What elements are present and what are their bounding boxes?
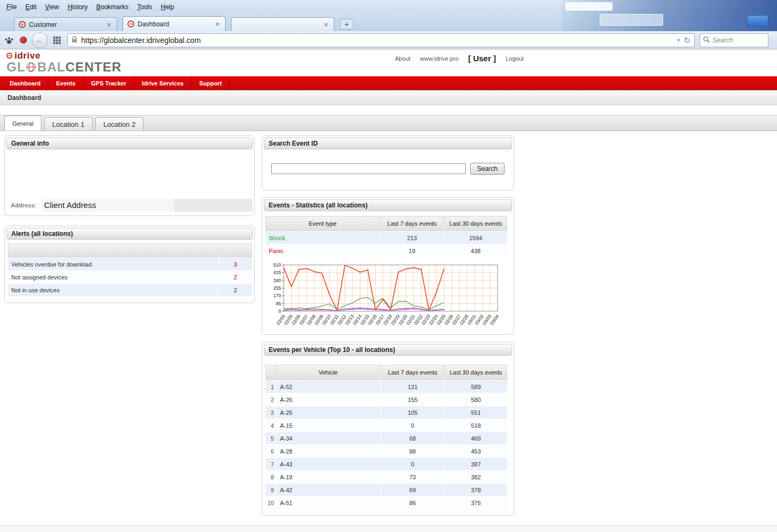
stats-col-header[interactable]: Last 7 days events xyxy=(380,216,444,231)
alert-label: Not assigned devices xyxy=(8,271,218,283)
header-link-logout[interactable]: Logout xyxy=(506,55,524,62)
last30-value: 375 xyxy=(444,497,507,509)
veh-head-row: VehicleLast 7 days eventsLast 30 days ev… xyxy=(265,365,507,380)
reload-icon[interactable]: ↻ xyxy=(684,35,690,45)
menu-item-file[interactable]: File xyxy=(2,2,21,12)
vehicle-row: 2A-26155580 xyxy=(265,393,507,406)
last30-value: 378 xyxy=(444,484,507,496)
page-tab-general[interactable]: General xyxy=(4,116,41,131)
svg-text:170: 170 xyxy=(274,293,281,298)
globe-icon xyxy=(26,62,37,73)
alert-row: Not in use devices2 xyxy=(8,284,252,296)
alerts-panel: Alerts (all locations) Vehicles overdue … xyxy=(4,226,255,303)
vehicle-row: 9A-4269378 xyxy=(265,484,507,496)
vehicle-col-header[interactable]: Vehicle xyxy=(276,365,381,380)
menu-item-help[interactable]: Help xyxy=(156,2,178,12)
search-icon xyxy=(703,35,710,45)
nav-idrive-services[interactable]: Idrive Services xyxy=(134,76,192,90)
sites-grid-icon[interactable] xyxy=(53,36,62,45)
browser-tab-untitled[interactable]: × xyxy=(231,17,334,31)
stats-col-header[interactable]: Last 30 days events xyxy=(444,216,507,231)
page-tab-location-2[interactable]: Location 2 xyxy=(95,117,143,131)
last7-value: 88 xyxy=(382,445,444,457)
stats-row: Panic19438 xyxy=(265,245,507,257)
site-header: idrive GLBALCENTER Aboutwww.idrive.pro[ … xyxy=(0,49,777,76)
idrive-logo[interactable]: idrive GLBALCENTER xyxy=(6,51,121,74)
last30-value: 382 xyxy=(444,471,507,483)
tab-close-icon[interactable]: × xyxy=(323,21,329,28)
general-info-panel: General info Address: Client Address xyxy=(4,135,255,216)
menu-item-history[interactable]: History xyxy=(63,2,92,12)
vehicle-row: 6A-2888453 xyxy=(265,445,507,457)
events-stats-table: Event typeLast 7 days eventsLast 30 days… xyxy=(265,215,508,257)
vehicle-row: 1A-52131589 xyxy=(265,380,507,393)
browser-search-input[interactable] xyxy=(713,37,765,44)
back-button[interactable]: ← xyxy=(32,32,48,48)
header-link-wwwidrivepro[interactable]: www.idrive.pro xyxy=(420,55,459,62)
dashboard-content: General info Address: Client Address Ale… xyxy=(0,131,777,516)
last30-value: 438 xyxy=(444,245,507,257)
svg-text:03/04: 03/04 xyxy=(489,313,500,326)
url-text[interactable]: https://globalcenter.idriveglobal.com xyxy=(81,36,673,45)
vehicle-col-header[interactable]: Last 7 days events xyxy=(382,365,444,380)
url-bar[interactable]: https://globalcenter.idriveglobal.com ▾ … xyxy=(67,33,695,47)
nav-dashboard[interactable]: Dashboard xyxy=(2,76,48,90)
idrive-favicon xyxy=(19,21,26,28)
vehicle-name: A-25 xyxy=(276,406,381,419)
events-per-vehicle-panel: Events per Vehicle (Top 10 - all locatio… xyxy=(262,342,514,516)
paw-extension-icon[interactable] xyxy=(4,35,15,45)
general-info-header[interactable]: General info xyxy=(6,138,253,149)
browser-tab-customer[interactable]: Customer× xyxy=(14,17,117,31)
vehicle-rank: 7 xyxy=(265,458,275,470)
menu-item-bookmarks[interactable]: Bookmarks xyxy=(92,2,133,12)
new-tab-button[interactable]: + xyxy=(340,19,354,30)
menu-item-edit[interactable]: Edit xyxy=(21,2,41,12)
menu-item-view[interactable]: View xyxy=(41,2,63,12)
urlbar-dropdown-icon[interactable]: ▾ xyxy=(677,37,680,43)
events-stats-panel: Events - Statistics (all locations) Even… xyxy=(262,197,514,335)
last30-value: 580 xyxy=(444,393,507,406)
events-stats-header[interactable]: Events - Statistics (all locations) xyxy=(264,199,512,211)
search-event-header[interactable]: Search Event ID xyxy=(264,138,512,149)
address-empty-field xyxy=(174,199,253,212)
events-per-vehicle-header[interactable]: Events per Vehicle (Top 10 - all locatio… xyxy=(264,344,512,356)
search-button[interactable]: Search xyxy=(470,163,505,175)
browser-window: FileEditViewHistoryBookmarksToolsHelp Cu… xyxy=(0,0,777,532)
event-id-input[interactable] xyxy=(271,163,466,174)
nav-support[interactable]: Support xyxy=(192,76,230,90)
lock-icon xyxy=(71,35,77,45)
stats-col-header[interactable]: Event type xyxy=(265,216,380,231)
vehicle-rank: 4 xyxy=(265,419,275,432)
tab-close-icon[interactable]: × xyxy=(214,20,221,28)
last7-value: 73 xyxy=(382,471,444,483)
header-link-about[interactable]: About xyxy=(395,55,411,62)
main-nav: DashboardEventsGPS TrackerIdrive Service… xyxy=(0,76,777,90)
last30-value: 469 xyxy=(444,432,507,444)
nav-gps-tracker[interactable]: GPS Tracker xyxy=(84,76,134,90)
header-link-user[interactable]: [ User ] xyxy=(468,54,496,63)
nav-events[interactable]: Events xyxy=(48,76,83,90)
vehicle-col-header[interactable] xyxy=(265,365,275,380)
vehicle-rank: 8 xyxy=(265,471,275,483)
browser-search-box[interactable] xyxy=(700,33,768,47)
page-tab-location-1[interactable]: Location 1 xyxy=(44,117,92,131)
last30-value: 453 xyxy=(444,445,507,457)
menu-item-tools[interactable]: Tools xyxy=(133,2,156,12)
vehicle-col-header[interactable]: Last 30 days events xyxy=(444,365,507,380)
browser-tab-dashboard[interactable]: Dashboard× xyxy=(123,16,226,31)
background-window-artifact xyxy=(562,0,777,31)
alerts-table: Vehicles overdue for download3Not assign… xyxy=(8,243,253,297)
alert-label: Vehicles overdue for download xyxy=(8,258,218,270)
search-event-body: Search xyxy=(264,149,512,188)
breadcrumb: Dashboard xyxy=(0,90,777,105)
alerts-header[interactable]: Alerts (all locations) xyxy=(6,228,253,240)
general-info-body: Address: Client Address xyxy=(6,149,253,214)
last7-value: 131 xyxy=(382,380,444,393)
vehicle-rank: 6 xyxy=(265,445,275,457)
svg-text:255: 255 xyxy=(274,285,281,291)
artifact-white-box xyxy=(565,2,613,11)
tab-close-icon[interactable]: × xyxy=(106,21,112,28)
alerts-col-header-empty xyxy=(8,243,218,257)
address-value: Client Address xyxy=(42,199,174,212)
record-extension-icon[interactable] xyxy=(20,37,27,44)
